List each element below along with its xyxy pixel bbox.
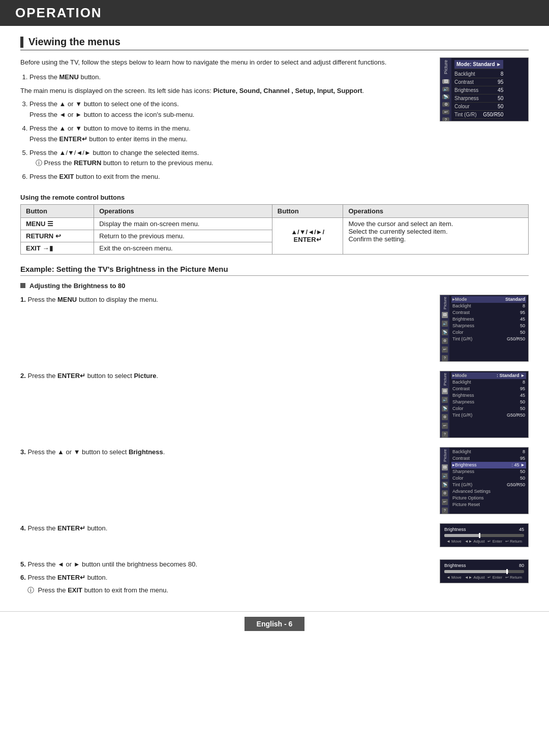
brightness-fill-45	[444, 534, 480, 537]
brightness-nav-80: ◄ Move ◄► Adjust ↵ Enter ↩ Return	[444, 575, 524, 580]
table-header-ops2: Operations	[343, 204, 529, 217]
table-cell-exit-ops: Exit the on-screen menu.	[94, 242, 272, 254]
tv-step1-sidebar: Picture 🖼 🔊 📡 ⚙ ↩ ?	[440, 295, 449, 361]
intro-step-4: Press the ▲ or ▼ button to move to items…	[29, 123, 430, 145]
tv-step2-sidebar: Picture 🖼 🔊 📡 ⚙ ↩ ?	[440, 371, 449, 437]
tv-menu-sidebar-1: Picture 🖼 🔊 📡 ⚙ ↩ ?	[440, 58, 451, 121]
brightness-label-row-45: Brightness 45	[444, 527, 524, 532]
tv-menu-mode-label: Mode	[456, 61, 470, 67]
sub-section-title: Adjusting the Brightness to 80	[20, 282, 529, 290]
table-caption: Using the remote control buttons	[20, 194, 529, 201]
tv-step2-content: ▸Mode: Standard ► Backlight8 Contrast95 …	[449, 371, 528, 437]
step-5-6-screenshot: Brightness 80 ◄ Move ◄► Adjust ↵ Enter ↩…	[440, 559, 529, 586]
sub-section-accent	[20, 283, 25, 288]
intro-steps-list: Press the MENU button. The main menu is …	[29, 72, 430, 182]
sidebar-icon-sound: 🔊	[442, 87, 449, 91]
step-3-row: 3. Press the ▲ or ▼ button to select Bri…	[20, 447, 529, 514]
brightness-label-45: Brightness	[444, 527, 466, 532]
tv-menu-display-1: Picture 🖼 🔊 📡 ⚙ ↩ ? Mode : Standard ►	[440, 57, 529, 121]
tv-step3-content: Backlight8 Contrast95 ▸Brightness: 45 ► …	[449, 448, 528, 514]
tv-step3-sidebar: Picture 🖼 🔊 📡 ⚙ ↩ ?	[440, 448, 449, 514]
brightness-value-80: 80	[519, 563, 524, 568]
brightness-track-45	[444, 534, 524, 537]
table-cell-menu-ops: Display the main on-screen menu.	[94, 217, 272, 230]
intro-step-2: The main menu is displayed on the screen…	[20, 86, 430, 97]
step-2-desc: 2. Press the ENTER↵ button to select Pic…	[20, 371, 430, 382]
step-4-row: 4. Press the ENTER↵ button. Brightness 4…	[20, 523, 529, 550]
remote-table: Button Operations Button Operations MENU…	[20, 204, 529, 255]
step-1-screenshot: Picture 🖼 🔊 📡 ⚙ ↩ ? ▸ModeStandard Backli…	[440, 295, 529, 362]
step-3-text: 3. Press the ▲ or ▼ button to select Bri…	[20, 447, 430, 458]
tv-step1-display: Picture 🖼 🔊 📡 ⚙ ↩ ? ▸ModeStandard Backli…	[440, 295, 529, 362]
brightness-thumb-80	[506, 569, 508, 574]
table-header-button2: Button	[272, 204, 343, 217]
tv-menu-contrast: Contrast95	[454, 78, 503, 86]
table-cell-nav-ops: Move the cursor and select an item.Selec…	[343, 217, 529, 254]
brightness-label-80: Brightness	[444, 563, 466, 568]
sidebar-icon-setup: ⚙	[442, 102, 449, 107]
tv-step3-display: Picture 🖼 🔊 📡 ⚙ ↩ ? Backlight8 Contrast9…	[440, 447, 529, 514]
tv-menu-brightness: Brightness45	[454, 86, 503, 94]
section-title-accent	[20, 37, 23, 48]
sidebar-icon-channel: 📡	[442, 94, 449, 99]
brightness-track-80	[444, 570, 524, 573]
brightness-display-80: Brightness 80 ◄ Move ◄► Adjust ↵ Enter ↩…	[440, 559, 529, 583]
tv-menu-mode-value: : Standard ►	[470, 61, 501, 67]
step-2-text: 2. Press the ENTER↵ button to select Pic…	[20, 371, 430, 382]
sub-section-text: Adjusting the Brightness to 80	[29, 282, 126, 290]
sidebar-icon-input: ↩	[442, 110, 449, 114]
table-cell-return-ops: Return to the previous menu.	[94, 230, 272, 242]
sidebar-label-1: Picture	[443, 60, 448, 74]
brightness-thumb-45	[479, 533, 480, 538]
tv-step2-display: Picture 🖼 🔊 📡 ⚙ ↩ ? ▸Mode: Standard ► Ba…	[440, 371, 529, 438]
step-1-desc: 1. Press the MENU button to display the …	[20, 295, 430, 305]
table-cell-return-btn: RETURN ↩	[21, 230, 94, 242]
step-2-screenshot: Picture 🖼 🔊 📡 ⚙ ↩ ? ▸Mode: Standard ► Ba…	[440, 371, 529, 438]
page-footer: English - 6	[0, 611, 549, 636]
intro-text-block: Before using the TV, follow the steps be…	[20, 57, 430, 185]
brightness-fill-80	[444, 570, 508, 573]
step-5-6-row: 5. Press the ◄ or ► button until the bri…	[20, 559, 529, 596]
intro-step-5: Press the ▲/▼/◄/► button to change the s…	[29, 148, 430, 169]
step-6-desc: 6. Press the ENTER↵ button.	[20, 573, 430, 583]
intro-row: Before using the TV, follow the steps be…	[20, 57, 529, 185]
chapter-title: OPERATION	[15, 5, 534, 21]
tv-menu-colour: Colour50	[454, 103, 503, 111]
tv-menu-sharpness: Sharpness50	[454, 94, 503, 103]
step-4-screenshot: Brightness 45 ◄ Move ◄► Adjust ↵ Enter ↩…	[440, 523, 529, 550]
tv-step1-content: ▸ModeStandard Backlight8 Contrast95 Brig…	[449, 295, 528, 361]
step-4-text: 4. Press the ENTER↵ button.	[20, 523, 430, 534]
table-header-button1: Button	[21, 204, 94, 217]
intro-lead: Before using the TV, follow the steps be…	[20, 57, 430, 68]
step-1-text: 1. Press the MENU button to display the …	[20, 295, 430, 305]
step-5-desc: 5. Press the ◄ or ► button until the bri…	[20, 559, 430, 570]
example-title: Example: Setting the TV's Brightness in …	[20, 265, 529, 276]
brightness-nav-45: ◄ Move ◄► Adjust ↵ Enter ↩ Return	[444, 539, 524, 544]
step-3-screenshot: Picture 🖼 🔊 📡 ⚙ ↩ ? Backlight8 Contrast9…	[440, 447, 529, 514]
step-3-desc: 3. Press the ▲ or ▼ button to select Bri…	[20, 447, 430, 458]
intro-step-6: Press the EXIT button to exit from the m…	[29, 172, 430, 182]
chapter-header: OPERATION	[0, 0, 549, 26]
step-5-6-text: 5. Press the ◄ or ► button until the bri…	[20, 559, 430, 596]
step-2-row: 2. Press the ENTER↵ button to select Pic…	[20, 371, 529, 438]
sidebar-icon-picture: 🖼	[442, 79, 449, 84]
tv-menu-backlight: Backlight8	[454, 70, 503, 78]
table-row-menu: MENU ☰ Display the main on-screen menu. …	[21, 217, 529, 230]
table-cell-nav-btn: ▲/▼/◄/►/ENTER↵	[272, 217, 343, 254]
section-title-text: Viewing the menus	[28, 36, 120, 48]
step-1-row: 1. Press the MENU button to display the …	[20, 295, 529, 362]
brightness-label-row-80: Brightness 80	[444, 563, 524, 568]
table-cell-exit-btn: EXIT →▮	[21, 242, 94, 254]
brightness-value-45: 45	[519, 527, 524, 532]
footer-badge: English - 6	[245, 617, 305, 631]
step-4-desc: 4. Press the ENTER↵ button.	[20, 523, 430, 534]
tv-menu-tint: Tint (G/R)G50/R50	[454, 111, 503, 119]
tv-menu-content-1: Mode : Standard ► Backlight8 Contrast95 …	[451, 58, 506, 121]
menu-screenshot-1: Picture 🖼 🔊 📡 ⚙ ↩ ? Mode : Standard ►	[440, 57, 529, 185]
step-6-note: ⓘ Press the EXIT button to exit from the…	[27, 585, 430, 596]
sidebar-icon-support: ?	[442, 117, 449, 121]
brightness-display-45: Brightness 45 ◄ Move ◄► Adjust ↵ Enter ↩…	[440, 523, 529, 547]
intro-step-1: Press the MENU button.	[29, 72, 430, 83]
intro-step-3: Press the ▲ or ▼ button to select one of…	[29, 99, 430, 120]
tv-menu-header-1: Mode : Standard ►	[454, 60, 503, 69]
